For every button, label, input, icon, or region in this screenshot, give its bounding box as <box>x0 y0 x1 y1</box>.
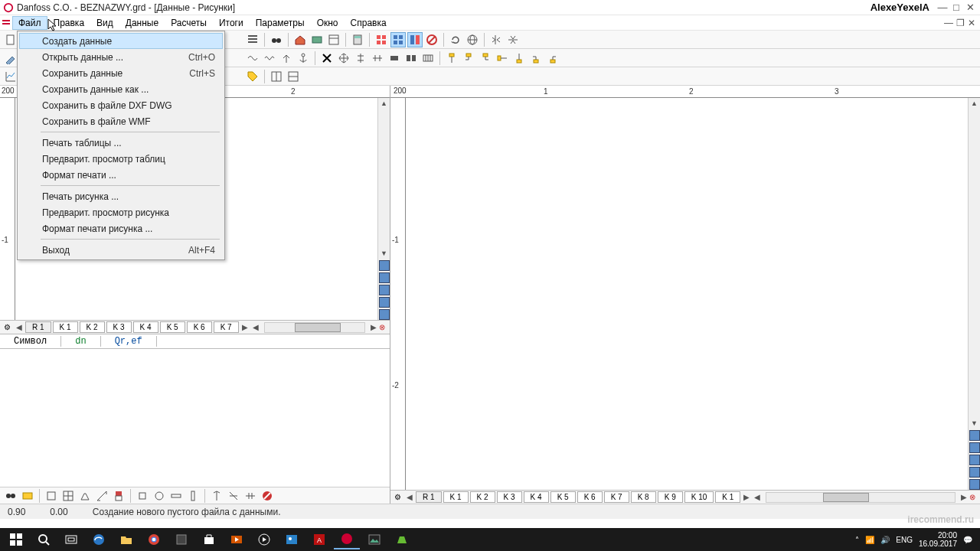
layout1-icon[interactable] <box>269 69 284 84</box>
danfoss-icon[interactable] <box>334 530 360 549</box>
tab[interactable]: K 7 <box>604 491 629 503</box>
menu-window[interactable]: Окно <box>311 16 345 30</box>
menu-print-format[interactable]: Формат печати ... <box>19 167 223 183</box>
menu-save-as[interactable]: Сохранить данные как ... <box>19 81 223 97</box>
box2-icon[interactable] <box>403 51 419 66</box>
store-icon[interactable] <box>196 530 222 549</box>
film-icon[interactable] <box>420 51 436 66</box>
photos-icon[interactable] <box>279 530 305 549</box>
tab[interactable]: K 3 <box>497 491 522 503</box>
menu-preview-table[interactable]: Предварит. просмотр таблиц <box>19 151 223 167</box>
globe-icon[interactable] <box>465 32 480 47</box>
node7-icon[interactable] <box>545 51 560 66</box>
acrobat-icon[interactable]: A <box>306 530 332 549</box>
node2-icon[interactable] <box>461 51 476 66</box>
move-icon[interactable] <box>336 51 351 66</box>
list-icon[interactable] <box>245 32 260 47</box>
minimize-button[interactable]: — <box>936 2 949 13</box>
menu-drawing-print-format[interactable]: Формат печати рисунка ... <box>19 220 223 236</box>
rotate-icon[interactable] <box>448 32 463 47</box>
layout2-icon[interactable] <box>286 69 301 84</box>
anchor-icon[interactable] <box>296 51 311 66</box>
binoculars-icon[interactable] <box>269 32 284 47</box>
tab-next[interactable]: ▶ <box>741 493 752 501</box>
canvas-right[interactable] <box>406 98 968 490</box>
btool-icon[interactable] <box>226 488 241 504</box>
delete-icon[interactable] <box>319 51 335 66</box>
grid-split-icon[interactable] <box>407 32 423 47</box>
box-icon[interactable] <box>387 51 402 66</box>
tab[interactable]: K 6 <box>187 321 212 333</box>
btool-icon[interactable] <box>60 488 76 504</box>
calculator-icon[interactable] <box>350 32 365 47</box>
btool-stop-icon[interactable] <box>260 488 275 504</box>
menu-file[interactable]: Файл <box>12 16 47 30</box>
tab[interactable]: K 1 <box>715 491 740 503</box>
tool-icon[interactable] <box>3 51 18 66</box>
btool-icon[interactable] <box>243 488 258 504</box>
btool-icon[interactable] <box>20 488 35 504</box>
chrome-icon[interactable] <box>141 530 167 549</box>
arrow-up-icon[interactable] <box>279 51 294 66</box>
menu-create-data[interactable]: Создать данные <box>19 33 223 49</box>
search-icon[interactable] <box>31 530 57 549</box>
maximize-button[interactable]: □ <box>949 2 963 13</box>
side-tool-icon[interactable] <box>379 260 390 271</box>
media-icon[interactable] <box>251 530 277 549</box>
menu-print-drawing[interactable]: Печать рисунка ... <box>19 188 223 204</box>
system-menu-icon[interactable] <box>0 18 12 28</box>
video-icon[interactable] <box>224 530 250 549</box>
menu-print-table[interactable]: Печать таблицы ... <box>19 135 223 151</box>
component-icon[interactable] <box>309 32 325 47</box>
image-icon[interactable] <box>361 530 387 549</box>
side-tool-icon[interactable] <box>969 455 980 465</box>
tray-network-icon[interactable]: 📶 <box>865 536 874 544</box>
btool-icon[interactable] <box>94 488 109 504</box>
flip-v-icon[interactable] <box>505 32 521 47</box>
scroll-up-icon[interactable]: ▲ <box>379 98 390 109</box>
menu-help[interactable]: Справка <box>345 16 393 30</box>
btool-icon[interactable] <box>3 488 18 504</box>
tag-icon[interactable] <box>245 69 260 84</box>
menu-results[interactable]: Итоги <box>213 16 250 30</box>
align-icon[interactable] <box>353 51 368 66</box>
side-tool-icon[interactable] <box>969 467 980 478</box>
window-icon[interactable] <box>326 32 341 47</box>
close-tab-icon[interactable]: ⊗ <box>379 323 390 331</box>
tab[interactable]: K 4 <box>524 491 549 503</box>
tab[interactable]: K 2 <box>470 491 495 503</box>
tab[interactable]: K 4 <box>133 321 158 333</box>
side-tool-icon[interactable] <box>379 285 390 295</box>
menu-params[interactable]: Параметры <box>250 16 311 30</box>
tray-chevron-icon[interactable]: ˄ <box>855 536 859 544</box>
tray-notifications-icon[interactable]: 💬 <box>963 536 972 544</box>
menu-view[interactable]: Вид <box>90 16 119 30</box>
tab-r1[interactable]: R 1 <box>25 321 51 333</box>
scroll-down-icon[interactable]: ▼ <box>379 248 390 259</box>
scrollbar-v-left[interactable]: ▲ ▼ <box>377 98 390 320</box>
node4-icon[interactable] <box>495 51 510 66</box>
grid-blue-icon[interactable] <box>390 32 406 47</box>
grid-red-icon[interactable] <box>374 32 389 47</box>
menu-open-data[interactable]: Открыть данные ...Ctrl+O <box>19 49 223 65</box>
explorer-icon[interactable] <box>113 530 139 549</box>
node6-icon[interactable] <box>528 51 544 66</box>
node5-icon[interactable] <box>511 51 527 66</box>
menu-exit[interactable]: ВыходAlt+F4 <box>19 242 223 258</box>
tray-volume-icon[interactable]: 🔊 <box>880 536 890 544</box>
tray-clock[interactable]: 20:00 16.09.2017 <box>919 531 957 548</box>
close-button[interactable]: ✕ <box>963 2 977 13</box>
menu-save-data[interactable]: Сохранить данныеCtrl+S <box>19 65 223 81</box>
hscroll-left[interactable] <box>264 322 365 333</box>
wave-icon[interactable] <box>245 51 260 66</box>
chart-icon[interactable] <box>3 69 18 84</box>
taskview-icon[interactable] <box>58 530 84 549</box>
mdi-restore[interactable]: ❐ <box>956 18 965 28</box>
tab[interactable]: K 5 <box>160 321 185 333</box>
new-icon[interactable] <box>3 32 18 47</box>
app-icon[interactable] <box>168 530 194 549</box>
tab[interactable]: K 1 <box>53 321 78 333</box>
node3-icon[interactable] <box>478 51 493 66</box>
btool-icon[interactable] <box>152 488 167 504</box>
start-button[interactable] <box>3 530 29 549</box>
